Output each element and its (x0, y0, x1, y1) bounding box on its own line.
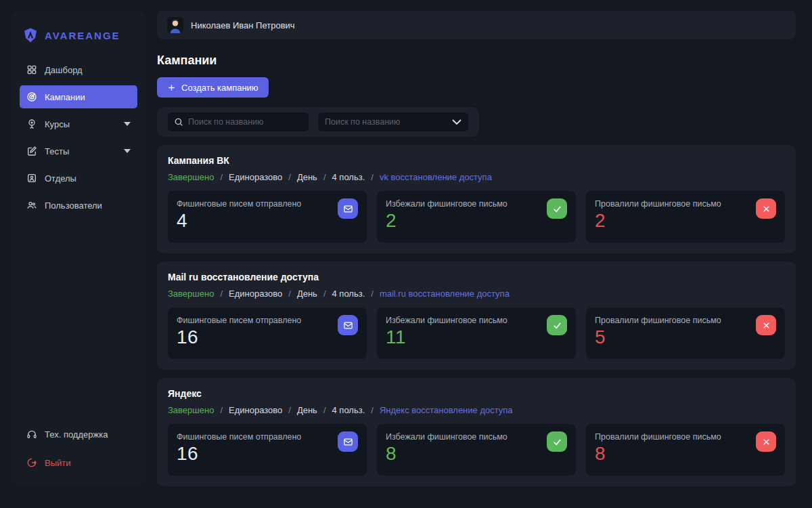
stat-tile-avoided: Избежали фишинговое письмо 2 (377, 191, 576, 242)
chevron-down-icon[interactable] (124, 149, 131, 153)
check-icon (547, 198, 567, 219)
campaign-users-count: 4 польз. (332, 172, 365, 182)
lectern-icon (26, 119, 37, 129)
campaign-users-count: 4 польз. (332, 289, 365, 299)
meta-separator: / (371, 172, 374, 182)
stat-value-avoided: 8 (386, 443, 567, 465)
brand-logo: AVAREANGE (11, 20, 146, 58)
sidebar-item-campaigns[interactable]: Кампании (20, 85, 137, 108)
meta-separator: / (323, 289, 326, 299)
campaign-title: Mail ru восстановление доступа (168, 272, 785, 282)
stat-tile-sent: Фишинговые писем отправлено 16 (168, 424, 367, 475)
sidebar-item-support[interactable]: Тех. поддержка (20, 423, 137, 446)
sidebar-item-users[interactable]: Пользователи (20, 194, 137, 217)
stat-label: Избежали фишинговое письмо (386, 432, 567, 442)
chevron-down-icon[interactable] (124, 122, 131, 126)
brand-name: AVAREANGE (45, 30, 120, 41)
campaign-template-link[interactable]: Яндекс восстановление доступа (380, 405, 513, 415)
plus-icon (167, 83, 176, 92)
user-name: Николаев Иван Петрович (191, 20, 295, 30)
stat-value-sent: 16 (177, 326, 358, 348)
sidebar-item-label: Пользователи (45, 200, 102, 211)
stat-label: Фишинговые писем отправлено (177, 316, 358, 325)
sidebar-item-label: Выйти (45, 458, 71, 468)
campaign-users-count: 4 польз. (332, 405, 365, 415)
search-icon (174, 117, 183, 127)
create-campaign-label: Создать кампанию (181, 83, 258, 93)
sidebar-item-departments[interactable]: Отделы (20, 167, 137, 190)
campaign-stats: Фишинговые писем отправлено 4 Избежали ф… (168, 191, 785, 242)
sidebar-item-label: Кампании (45, 92, 85, 102)
sidebar-item-courses[interactable]: Курсы (20, 112, 137, 135)
meta-separator: / (220, 289, 223, 299)
meta-separator: / (323, 405, 326, 415)
stat-tile-failed: Провалили фишинговое письмо 5 (586, 308, 785, 359)
campaign-frequency: Единоразово (229, 289, 282, 299)
stat-label: Избежали фишинговое письмо (386, 316, 567, 325)
meta-separator: / (220, 172, 223, 182)
dashboard-grid-icon (26, 64, 37, 75)
cross-icon (756, 198, 776, 219)
topbar: Николаев Иван Петрович (157, 11, 796, 39)
stat-value-sent: 16 (177, 443, 358, 465)
sidebar: AVAREANGE Дашборд Кампании (11, 11, 146, 486)
filter-select-value: Поиск по названию (325, 117, 400, 127)
meta-separator: / (371, 289, 374, 299)
stat-label: Фишинговые писем отправлено (177, 432, 358, 442)
stat-label: Избежали фишинговое письмо (386, 199, 567, 209)
user-avatar[interactable] (167, 17, 183, 33)
meta-separator: / (323, 172, 326, 182)
brand-shield-icon (22, 27, 39, 43)
headphones-icon (26, 429, 37, 440)
campaign-template-link[interactable]: mail.ru восстановление доступа (380, 289, 510, 299)
campaign-status: Завершено (168, 172, 214, 182)
campaign-card: Mail ru восстановление доступа Завершено… (157, 261, 796, 370)
sidebar-footer: Тех. поддержка Выйти (11, 423, 146, 474)
person-box-icon (26, 173, 37, 184)
envelope-icon (338, 431, 358, 452)
sidebar-item-logout[interactable]: Выйти (20, 451, 137, 474)
campaign-period: День (297, 405, 317, 415)
meta-separator: / (288, 289, 291, 299)
sidebar-item-label: Тесты (45, 146, 69, 156)
sidebar-nav: Дашборд Кампании Курсы (11, 58, 146, 217)
check-icon (547, 315, 567, 335)
stat-tile-avoided: Избежали фишинговое письмо 11 (377, 308, 576, 359)
stat-value-avoided: 11 (386, 326, 567, 348)
stat-value-sent: 4 (177, 210, 358, 232)
campaign-period: День (297, 289, 317, 299)
campaign-meta: Завершено / Единоразово / День / 4 польз… (168, 172, 785, 182)
campaign-stats: Фишинговые писем отправлено 16 Избежали … (168, 424, 785, 475)
campaign-frequency: Единоразово (229, 172, 282, 182)
check-icon (547, 431, 567, 452)
sidebar-item-tests[interactable]: Тесты (20, 140, 137, 163)
meta-separator: / (288, 405, 291, 415)
envelope-icon (338, 198, 358, 219)
stat-value-avoided: 2 (386, 210, 567, 232)
campaign-status: Завершено (168, 289, 214, 299)
main-content: Николаев Иван Петрович Кампании Создать … (157, 11, 796, 486)
stat-tile-failed: Провалили фишинговое письмо 2 (586, 191, 785, 242)
people-group-icon (26, 200, 37, 211)
meta-separator: / (220, 405, 223, 415)
campaign-title: Кампания ВК (168, 155, 785, 166)
cross-icon (756, 431, 776, 452)
campaign-template-link[interactable]: vk восстановление доступа (380, 172, 492, 182)
stat-value-failed: 5 (595, 326, 776, 348)
stat-tile-sent: Фишинговые писем отправлено 4 (168, 191, 367, 242)
page-title: Кампании (157, 54, 796, 68)
campaign-meta: Завершено / Единоразово / День / 4 польз… (168, 405, 785, 415)
sidebar-item-label: Тех. поддержка (45, 429, 108, 440)
create-campaign-button[interactable]: Создать кампанию (157, 77, 269, 98)
campaign-card: Кампания ВК Завершено / Единоразово / Де… (157, 145, 796, 253)
campaign-meta: Завершено / Единоразово / День / 4 польз… (168, 289, 785, 299)
search-field[interactable] (168, 112, 309, 131)
stat-label: Провалили фишинговое письмо (595, 316, 776, 325)
filter-select[interactable]: Поиск по названию (318, 112, 468, 131)
sidebar-item-dashboard[interactable]: Дашборд (20, 58, 137, 81)
stat-label: Фишинговые писем отправлено (177, 199, 358, 209)
search-filter-bar: Поиск по названию (157, 107, 479, 137)
campaign-period: День (297, 172, 317, 182)
chevron-down-icon (452, 119, 461, 125)
search-input[interactable] (188, 117, 302, 127)
